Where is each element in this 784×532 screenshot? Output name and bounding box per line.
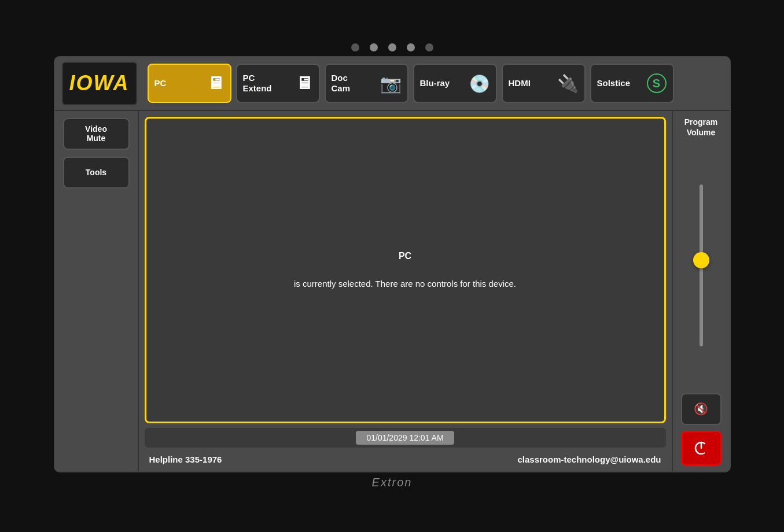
pc-label: PC bbox=[154, 78, 167, 88]
footer-info: Helpline 335-1976 classroom-technology@u… bbox=[145, 452, 666, 466]
iowa-logo: IOWA bbox=[69, 71, 130, 95]
audio-mute-button[interactable] bbox=[681, 393, 722, 425]
pc-extend-label: PC Extend bbox=[243, 73, 272, 94]
solstice-icon: S bbox=[646, 73, 667, 94]
tools-label: Tools bbox=[86, 168, 106, 177]
right-panel: ProgramVolume bbox=[672, 111, 730, 471]
header-row: IOWA PC PC Extend Doc Cam Blu-ray HDMI bbox=[55, 57, 730, 111]
source-bluray-button[interactable]: Blu-ray bbox=[413, 64, 497, 103]
preview-box: PC is currently selected. There are no c… bbox=[145, 117, 666, 423]
volume-slider-thumb[interactable] bbox=[693, 252, 709, 268]
volume-slider-container bbox=[695, 143, 707, 387]
source-doc-cam-button[interactable]: Doc Cam bbox=[325, 64, 408, 103]
dot-5[interactable] bbox=[425, 43, 433, 51]
content-area: PC is currently selected. There are no c… bbox=[139, 111, 672, 471]
volume-slider-track bbox=[700, 184, 703, 346]
power-icon bbox=[693, 440, 709, 456]
power-button[interactable] bbox=[681, 431, 722, 466]
solstice-label: Solstice bbox=[597, 78, 631, 88]
source-buttons: PC PC Extend Doc Cam Blu-ray HDMI Solsti bbox=[148, 64, 723, 103]
doc-cam-icon bbox=[380, 73, 402, 94]
main-panel: IOWA PC PC Extend Doc Cam Blu-ray HDMI bbox=[54, 56, 731, 472]
brand-label: Extron bbox=[372, 476, 413, 489]
dot-4[interactable] bbox=[407, 43, 415, 51]
dot-2[interactable] bbox=[370, 43, 378, 51]
datetime-display: 01/01/2029 12:01 AM bbox=[356, 431, 454, 445]
carousel-dots bbox=[351, 43, 433, 51]
email-label: classroom-technology@uiowa.edu bbox=[518, 455, 661, 464]
pc-icon bbox=[207, 73, 224, 93]
pc-extend-icon bbox=[296, 73, 313, 93]
preview-title: PC bbox=[399, 248, 411, 265]
video-mute-button[interactable]: VideoMute bbox=[63, 118, 130, 150]
source-solstice-button[interactable]: Solstice S bbox=[590, 64, 674, 103]
hdmi-label: HDMI bbox=[509, 78, 531, 88]
tools-button[interactable]: Tools bbox=[63, 157, 130, 189]
video-mute-label: VideoMute bbox=[85, 124, 107, 143]
bluray-label: Blu-ray bbox=[420, 78, 450, 88]
preview-message: is currently selected. There are no cont… bbox=[294, 276, 516, 291]
status-bar: 01/01/2029 12:01 AM bbox=[145, 428, 666, 448]
volume-label: ProgramVolume bbox=[684, 117, 718, 138]
hdmi-icon bbox=[557, 73, 579, 94]
dot-1[interactable] bbox=[351, 43, 359, 51]
sidebar: VideoMute Tools bbox=[55, 111, 139, 471]
source-pc-extend-button[interactable]: PC Extend bbox=[236, 64, 320, 103]
dot-3[interactable] bbox=[388, 43, 396, 51]
source-hdmi-button[interactable]: HDMI bbox=[502, 64, 586, 103]
source-pc-button[interactable]: PC bbox=[148, 64, 231, 103]
helpline-label: Helpline 335-1976 bbox=[149, 455, 222, 464]
doc-cam-label: Doc Cam bbox=[332, 73, 351, 94]
bluray-icon bbox=[469, 73, 490, 94]
body-row: VideoMute Tools PC is currently selected… bbox=[55, 111, 730, 471]
logo-box: IOWA bbox=[62, 62, 137, 105]
